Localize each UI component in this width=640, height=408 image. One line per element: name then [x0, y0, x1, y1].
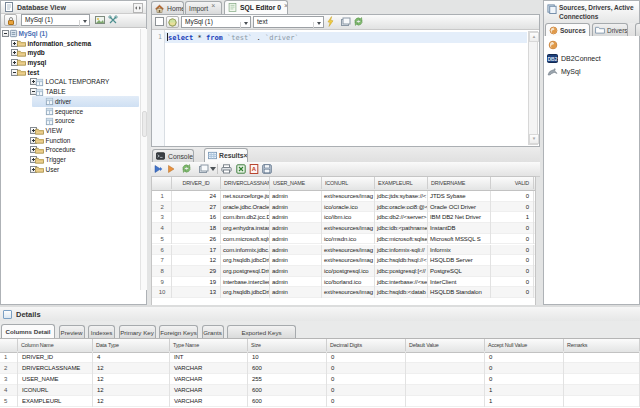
- tree-item-mysql[interactable]: mysql: [1, 58, 146, 68]
- tab-drivers[interactable]: Drivers: [592, 23, 628, 36]
- table-icon: [45, 117, 54, 126]
- details-tab-columns-detail[interactable]: Columns Detail: [1, 324, 55, 338]
- tree-item-procedure[interactable]: Procedure: [1, 145, 146, 155]
- column-header[interactable]: Column Name: [18, 339, 93, 351]
- tab-results[interactable]: Results ×: [204, 148, 248, 162]
- column-header[interactable]: DRIVERNAME: [428, 177, 491, 189]
- table-row[interactable]: 227oracle.jdbc.OracleDadminico/oracle.ic…: [152, 202, 535, 213]
- refresh-tree-button[interactable]: [93, 14, 106, 26]
- collapse-panel-icon[interactable]: [133, 3, 143, 13]
- column-header[interactable]: Size: [248, 339, 327, 351]
- connect-button[interactable]: [166, 16, 179, 28]
- sql-editor-area[interactable]: 1 select * from `test` . `driver` ▲ ▼: [152, 30, 539, 146]
- excel-export-icon[interactable]: [236, 164, 246, 174]
- run-icon[interactable]: [153, 164, 163, 174]
- refresh-results-icon[interactable]: [181, 163, 192, 174]
- table-row[interactable]: 829org.postgresql.Drivadminico/postgresq…: [152, 266, 535, 277]
- details-tab-preview[interactable]: Preview: [59, 325, 85, 338]
- column-header[interactable]: [152, 177, 172, 189]
- tree-item-mysql-1-[interactable]: MySql (1): [1, 29, 146, 39]
- table-row[interactable]: 1013org.hsqldb.jdbcDrivadminext/resource…: [152, 287, 535, 298]
- table-cell: [564, 385, 640, 396]
- refresh-icon[interactable]: [353, 16, 364, 27]
- tree-scrollbar-thumb[interactable]: [142, 111, 147, 137]
- tab-console[interactable]: Console: [152, 149, 194, 162]
- column-header[interactable]: DRIVER_ID: [172, 177, 221, 189]
- column-header[interactable]: Decimal Digits: [327, 339, 406, 351]
- tree-item-test[interactable]: test: [1, 68, 146, 78]
- editor-mode-combobox[interactable]: text: [253, 16, 324, 28]
- run-selected-icon[interactable]: [166, 164, 176, 174]
- column-header[interactable]: Accept Null Value: [485, 339, 564, 351]
- tab-home[interactable]: Home: [151, 1, 184, 14]
- column-header[interactable]: Data Type: [93, 339, 170, 351]
- tree-expander-minus-icon[interactable]: [2, 30, 9, 37]
- tree-item-user[interactable]: User: [1, 165, 146, 175]
- column-header[interactable]: Type Name: [170, 339, 248, 351]
- tree-item-local-temporary[interactable]: LOCAL TEMPORARY: [1, 77, 146, 87]
- scroll-down-icon[interactable]: ▼: [529, 134, 539, 144]
- editor-connection-value: MySql (1): [185, 18, 213, 25]
- column-header[interactable]: USER_NAME: [270, 177, 322, 189]
- connection-source-icon[interactable]: [548, 40, 558, 50]
- close-icon[interactable]: ×: [244, 152, 248, 159]
- tab-import[interactable]: Import ×: [185, 1, 222, 14]
- details-tab-foreign-keys[interactable]: Foreign Keys: [159, 325, 198, 338]
- editor-scrollbar[interactable]: ▲ ▼: [528, 31, 538, 145]
- tree-item-driver[interactable]: driver: [1, 97, 146, 107]
- results-toolbar: [151, 162, 540, 177]
- tab-sql-editor[interactable]: SQL Editor 0 ×: [224, 0, 288, 14]
- lock-button[interactable]: [4, 14, 17, 26]
- column-header[interactable]: Remarks: [564, 339, 640, 351]
- autocommit-checkbox[interactable]: [155, 17, 164, 26]
- connection-combobox[interactable]: MySql (1): [21, 14, 90, 26]
- table-row[interactable]: 919interbase.interclientadminico/borland…: [152, 277, 535, 288]
- pdf-export-icon[interactable]: [249, 164, 259, 174]
- column-header[interactable]: Default Value: [406, 339, 485, 351]
- print-icon[interactable]: [221, 164, 232, 174]
- table-row[interactable]: 418org.enhydra.instantadminext/resources…: [152, 223, 535, 234]
- details-tab-grants[interactable]: Grants: [202, 325, 224, 338]
- column-header[interactable]: DRIVERCLASSNAM: [221, 177, 270, 189]
- table-row[interactable]: 526com.microsoft.sqlseadminico/msdn.icoj…: [152, 234, 535, 245]
- table-row[interactable]: 617com.informix.jdbc.Ifadminext/resource…: [152, 245, 535, 256]
- details-tab-primary-key[interactable]: Primary Key: [119, 325, 156, 338]
- export-results-icon[interactable]: [198, 164, 209, 174]
- close-icon[interactable]: ×: [284, 2, 288, 9]
- details-tab-exported-keys[interactable]: Exported Keys: [227, 325, 296, 338]
- save-icon[interactable]: [262, 164, 272, 174]
- table-row[interactable]: 316com.ibm.db2.jcc.DBadminico/ibm.icojdb…: [152, 212, 535, 223]
- source-item-mysql[interactable]: MySql: [547, 66, 580, 76]
- tab-partial[interactable]: [635, 23, 640, 36]
- table-row[interactable]: 4ICONURL12VARCHAR60001: [0, 385, 640, 396]
- tree-item-function[interactable]: Function: [1, 136, 146, 146]
- scroll-up-icon[interactable]: ▲: [529, 32, 539, 42]
- table-row[interactable]: 2DRIVERCLASSNAME12VARCHAR60000: [0, 363, 640, 374]
- tree-item-trigger[interactable]: Trigger: [1, 155, 146, 165]
- close-icon[interactable]: ×: [211, 2, 215, 9]
- tree-item-sequence[interactable]: sequence: [1, 107, 146, 117]
- tab-sources[interactable]: Sources: [545, 23, 590, 36]
- chevron-down-icon[interactable]: [210, 167, 216, 171]
- details-collapse-icon[interactable]: [3, 310, 12, 319]
- editor-connection-combobox[interactable]: MySql (1): [181, 16, 251, 28]
- tree-scrollbar[interactable]: [140, 29, 147, 290]
- column-header[interactable]: VALID: [491, 177, 534, 189]
- column-header[interactable]: [0, 339, 18, 351]
- export-icon[interactable]: [340, 17, 351, 27]
- source-item-db2connect[interactable]: DB2Connect: [547, 53, 601, 63]
- table-row[interactable]: 3USER_NAME12VARCHAR25500: [0, 374, 640, 385]
- tree-item-mydb[interactable]: mydb: [1, 48, 146, 58]
- table-row[interactable]: 5EXAMPLEURL12VARCHAR60001: [0, 396, 640, 407]
- column-header[interactable]: EXAMPLEURL: [375, 177, 428, 189]
- tree-item-information-schema[interactable]: information_schema: [1, 39, 146, 49]
- table-row[interactable]: 712org.hsqldb.jdbcDrivadminext/resources…: [152, 255, 535, 266]
- details-tab-indexes[interactable]: Indexes: [88, 325, 115, 338]
- tree-item-view[interactable]: VIEW: [1, 126, 146, 136]
- execute-icon[interactable]: [326, 16, 335, 27]
- edit-connection-button[interactable]: [106, 14, 119, 26]
- tree-item-source[interactable]: source: [1, 116, 146, 126]
- table-row[interactable]: 1DRIVER_ID4INT1000: [0, 352, 640, 363]
- column-header[interactable]: ICONURL: [322, 177, 375, 189]
- table-row[interactable]: 124net.sourceforge.jtdadminext/resources…: [152, 191, 535, 202]
